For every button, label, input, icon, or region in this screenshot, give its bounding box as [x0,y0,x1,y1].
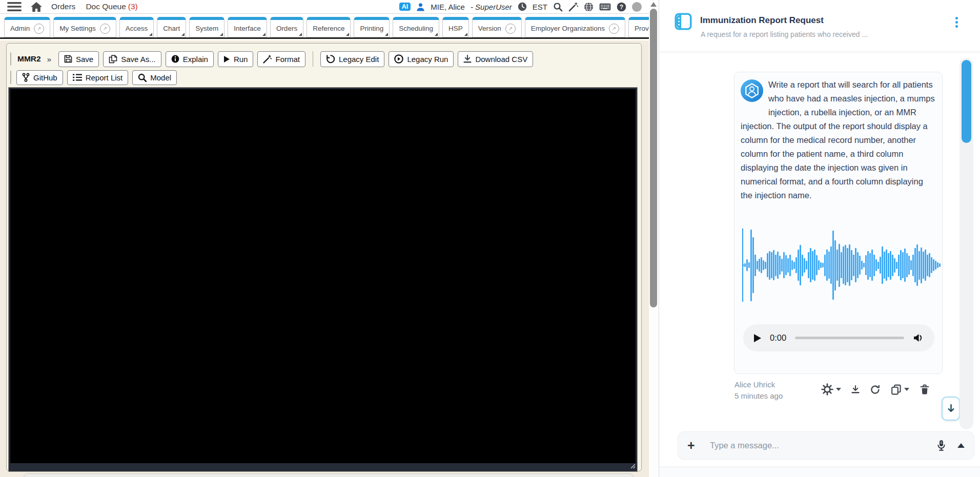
waveform-bar [847,248,848,282]
tab-label: Reference [313,25,344,32]
globe-icon[interactable] [584,2,594,12]
chat-scrollbar-track[interactable] [959,58,973,429]
presence-icon[interactable] [632,2,642,12]
wand-icon[interactable] [568,2,578,12]
save-as-button[interactable]: Save As... [103,51,161,67]
model-button[interactable]: Model [132,70,177,85]
waveform-bar [890,251,891,280]
help-icon[interactable]: ? [617,2,626,12]
tab-interface[interactable]: Interface [228,17,267,37]
volume-icon[interactable] [913,333,924,343]
nav-badge: (3) [128,2,138,11]
waveform-bar [771,252,772,278]
user-name[interactable]: MIE, Alice [431,3,465,11]
waveform-bar [816,255,818,275]
waveform-bar [804,258,805,273]
sidebar-panel-icon[interactable] [675,13,692,32]
tab-system[interactable]: System [189,17,224,37]
dropdown-fold-icon [385,33,388,36]
run-button[interactable]: Run [218,51,254,67]
trash-action[interactable] [920,384,930,395]
tab-printing[interactable]: Printing [354,17,390,37]
waveform-bar [789,255,791,276]
audio-seek-bar[interactable] [795,337,904,339]
scrollbar-thumb[interactable] [650,9,657,307]
collapse-caret-icon[interactable] [957,443,965,448]
tab-label: My Settings [59,25,96,32]
redo-action[interactable] [870,384,881,395]
toolbar-handle[interactable] [10,71,11,84]
audio-waveform[interactable] [742,229,936,302]
external-link-icon: ↗ [609,24,619,34]
report-list-icon [73,74,82,81]
chat-scrollbar-thumb[interactable] [962,60,971,143]
tab-employer-organizations[interactable]: Employer Organizations↗ [525,17,625,37]
attach-plus-button[interactable]: + [687,438,709,453]
waveform-bar [910,260,912,271]
waveform-bar [900,250,902,280]
keyboard-icon[interactable] [599,3,611,11]
tab-access[interactable]: Access [119,17,154,37]
microphone-icon[interactable] [936,440,946,451]
waveform-bar [869,253,871,278]
tab-admin[interactable]: Admin↗ [4,17,50,37]
waveform-bar [806,261,807,269]
save-button[interactable]: Save [58,51,99,67]
waveform-bar [935,261,936,269]
download-csv-button[interactable]: Download CSV [458,51,533,67]
waveform-bar [939,263,941,267]
nav-doc-queue[interactable]: Doc Queue(3) [86,2,137,11]
tab-orders[interactable]: Orders [270,17,303,37]
timezone-label[interactable]: EST [533,3,547,11]
waveform-bar [808,252,809,278]
chat-subtitle: A request for a report listing patients … [701,30,868,38]
button-label: Legacy Edit [339,55,379,64]
copy-icon [891,384,902,395]
code-editor[interactable] [10,89,636,463]
scrollbar-up-arrow-icon[interactable] [650,2,657,7]
play-button[interactable] [754,334,761,342]
nav-orders[interactable]: Orders [51,2,75,11]
format-button[interactable]: Format [257,51,305,67]
waveform-playhead [742,229,743,302]
button-label: Explain [183,55,208,64]
waveform-bar [877,262,879,269]
legacy-run-button[interactable]: Legacy Run [389,51,454,67]
message-input[interactable] [709,440,936,451]
ai-badge[interactable]: AI [399,3,411,11]
kebab-menu-icon[interactable] [955,17,958,28]
copy-action[interactable] [891,384,909,395]
waveform-bar [812,251,813,280]
tab-chart[interactable]: Chart [157,17,186,37]
tab-scheduling[interactable]: Scheduling [393,17,439,37]
report-list-button[interactable]: Report List [67,70,129,85]
tab-provider[interactable]: Provider [628,17,649,37]
waveform-bar [929,253,930,278]
hamburger-menu-icon[interactable] [7,2,22,11]
github-button[interactable]: GitHub [16,70,63,85]
waveform-bar [759,259,760,272]
scroll-to-bottom-button[interactable] [942,397,960,421]
legacy-edit-button[interactable]: Legacy Edit [320,51,384,67]
trash-icon [920,384,930,395]
dropdown-fold-icon [464,33,467,36]
explain-button[interactable]: Explain [166,51,214,67]
tab-hsp[interactable]: HSP [442,17,469,37]
waveform-bar [908,256,910,274]
waveform-bar [882,246,883,284]
external-link-icon: ↗ [505,24,516,34]
tab-reference[interactable]: Reference [307,17,351,37]
waveform-bar [841,252,842,278]
download-action[interactable] [851,385,860,393]
tab-version[interactable]: Version↗ [472,17,522,37]
topbar-right: AI MIE, Alice - SuperUser EST ? [399,2,642,12]
tab-label: Access [126,25,148,32]
tab-label: HSP [448,25,463,32]
resize-grip-icon[interactable] [629,462,636,471]
gear-action[interactable] [821,383,841,396]
home-icon[interactable] [31,2,42,12]
toolbar-handle[interactable] [10,52,11,66]
report-expander[interactable]: » [47,55,51,64]
search-icon[interactable] [553,2,563,12]
tab-my-settings[interactable]: My Settings↗ [53,17,116,37]
